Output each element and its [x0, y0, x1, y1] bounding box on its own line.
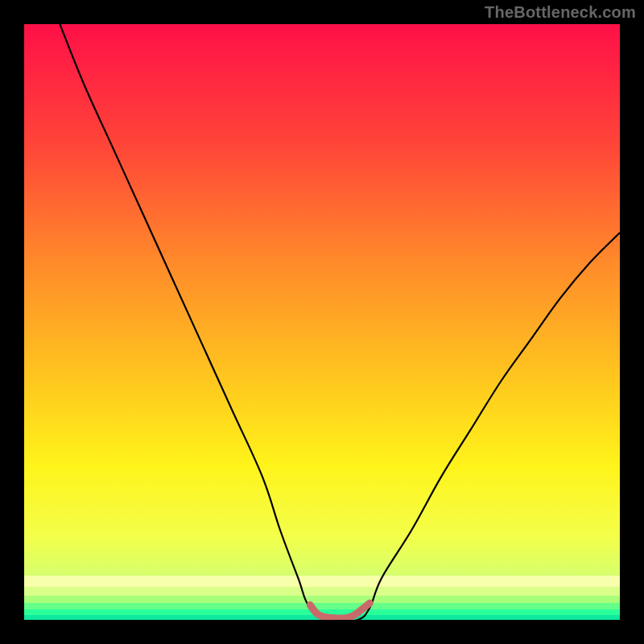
- bottleneck-curve: [60, 24, 620, 620]
- safe-zone-marker: [310, 603, 369, 618]
- chart-frame: TheBottleneck.com: [0, 0, 644, 644]
- plot-area: [24, 24, 620, 620]
- line-layer: [24, 24, 620, 620]
- watermark-text: TheBottleneck.com: [485, 3, 636, 22]
